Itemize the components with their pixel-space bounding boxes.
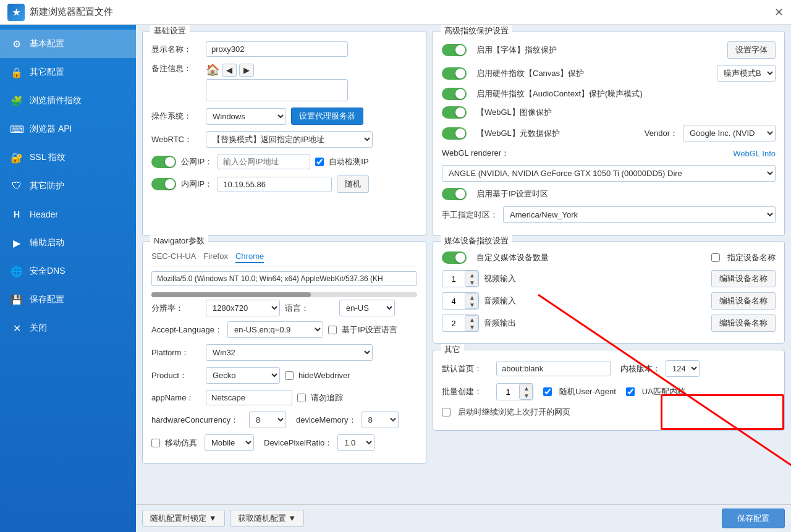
edit-video-btn[interactable]: 编辑设备名称 — [711, 270, 776, 287]
vendor-select[interactable]: Google Inc. (NVID — [683, 125, 776, 141]
do-not-track-checkbox[interactable] — [297, 394, 306, 402]
tab-firefox[interactable]: Firefox — [203, 251, 228, 263]
batch-create-down[interactable]: ▼ — [520, 392, 533, 399]
audio-input-up[interactable]: ▲ — [465, 293, 478, 301]
note-textarea[interactable] — [206, 79, 348, 101]
set-font-btn[interactable]: 设置字体 — [727, 41, 776, 59]
public-ip-input[interactable] — [218, 154, 310, 169]
random-ua-checkbox[interactable] — [543, 387, 552, 396]
webgl-data-toggle[interactable] — [442, 127, 467, 140]
audio-output-up[interactable]: ▲ — [465, 316, 478, 323]
note-row: 备注信息： 🏠 ◀ ▶ — [151, 63, 417, 101]
public-ip-label: 公网IP： — [181, 156, 213, 167]
save-config-btn[interactable]: 保存配置 — [722, 509, 785, 528]
language-select[interactable]: en-US zh-CN — [339, 300, 395, 316]
home-icon[interactable]: 🏠 — [206, 63, 219, 77]
device-pixel-select[interactable]: 1.0 2.0 — [337, 434, 374, 451]
sidebar-item-save-config[interactable]: 💾 保存配置 — [0, 285, 136, 314]
match-kernel-checkbox[interactable] — [626, 387, 635, 396]
display-name-input[interactable] — [206, 41, 348, 57]
public-ip-toggle[interactable] — [151, 156, 176, 168]
timezone-toggle[interactable] — [442, 188, 467, 200]
video-input-value[interactable] — [442, 273, 465, 285]
tab-sec-ch-ua[interactable]: SEC-CH-UA — [151, 251, 196, 263]
custom-count-toggle[interactable] — [442, 251, 467, 264]
batch-create-up[interactable]: ▲ — [520, 384, 533, 392]
random-lock-btn[interactable]: 随机配置时锁定 ▼ — [142, 510, 225, 527]
audio-input-value[interactable] — [442, 295, 465, 307]
device-pixel-label: DevicePixelRatio： — [264, 437, 332, 449]
random-ip-btn[interactable]: 随机 — [337, 175, 369, 193]
ua-scrollbar[interactable] — [151, 292, 417, 297]
safe-dns-icon: 🌐 — [10, 264, 23, 278]
sidebar-item-close[interactable]: ✕ 关闭 — [0, 314, 136, 342]
audiocontext-toggle[interactable] — [442, 88, 467, 100]
edit-audio-output-btn[interactable]: 编辑设备名称 — [711, 315, 776, 332]
navigator-panel: Navigator参数 SEC-CH-UA Firefox Chrome Moz… — [142, 241, 426, 464]
note-next-btn[interactable]: ▶ — [239, 64, 254, 77]
tab-chrome[interactable]: Chrome — [235, 251, 264, 263]
sidebar-item-other-config[interactable]: 🔒 其它配置 — [0, 58, 136, 87]
internal-ip-row: 内网IP： 随机 — [151, 175, 417, 193]
sidebar-item-aux-start[interactable]: ▶ 辅助启动 — [0, 229, 136, 257]
set-by-ip-lang-checkbox[interactable] — [328, 326, 337, 334]
edit-audio-input-btn[interactable]: 编辑设备名称 — [711, 292, 776, 310]
note-prev-btn[interactable]: ◀ — [222, 64, 237, 77]
sidebar-item-browser-api[interactable]: ⌨ 浏览器 API — [0, 115, 136, 143]
specify-name-checkbox[interactable] — [711, 253, 720, 262]
aux-start-icon: ▶ — [10, 236, 23, 250]
internal-ip-toggle[interactable] — [151, 178, 176, 190]
sidebar-item-other-protection[interactable]: 🛡 其它防护 — [0, 172, 136, 200]
get-random-btn[interactable]: 获取随机配置 ▼ — [230, 510, 305, 527]
audio-output-value[interactable] — [442, 318, 465, 329]
appname-input[interactable] — [206, 390, 292, 405]
mobile-select[interactable]: Mobile — [205, 434, 254, 451]
manual-timezone-select[interactable]: America/New_York — [503, 206, 776, 223]
font-prot-toggle[interactable] — [442, 44, 467, 56]
canvas-mode-select[interactable]: 噪声模式B 噪声模式A — [717, 65, 776, 82]
close-icon[interactable]: ✕ — [774, 6, 784, 19]
kernel-version-select[interactable]: 124 120 — [666, 360, 700, 377]
internal-ip-input[interactable] — [218, 177, 332, 192]
sidebar-item-basic-config[interactable]: ⚙ 基本配置 — [0, 30, 136, 58]
media-fingerprint-panel: 媒体设备指纹设置 自定义媒体设备数量 指定设备名称 — [433, 241, 785, 344]
webgl-image-toggle[interactable] — [442, 106, 467, 119]
hide-webdriver-checkbox[interactable] — [285, 371, 294, 380]
manual-timezone-label: 手工指定时区： — [442, 209, 498, 221]
ua-text-row: Mozilla/5.0 (Windows NT 10.0; Win64; x64… — [151, 271, 417, 286]
canvas-prot-toggle[interactable] — [442, 67, 467, 80]
video-input-row: ▲ ▼ 视频输入 编辑设备名称 — [442, 270, 776, 287]
hw-concurrency-select[interactable]: 8 4 16 — [249, 412, 286, 428]
audio-output-down[interactable]: ▼ — [465, 323, 478, 331]
sidebar-item-label: 关闭 — [30, 323, 47, 334]
sidebar-item-browser-plugin[interactable]: 🧩 浏览插件指纹 — [0, 87, 136, 115]
batch-create-value[interactable] — [497, 386, 519, 398]
webgl-renderer-select[interactable]: ANGLE (NVIDIA, NVIDIA GeForce GTX 1050 T… — [442, 165, 776, 182]
sidebar-item-label: 浏览器 API — [30, 124, 72, 135]
webgl-info-link[interactable]: WebGL Info — [733, 149, 776, 158]
resolution-select[interactable]: 1280x720 1920x1080 — [206, 300, 280, 316]
platform-select[interactable]: Win32 MacIntel Linux x86_64 — [206, 344, 373, 361]
sidebar-item-header[interactable]: H Header — [0, 200, 136, 229]
video-input-up[interactable]: ▲ — [465, 271, 478, 279]
sidebar-item-ssl[interactable]: 🔐 SSL 指纹 — [0, 143, 136, 172]
audio-input-down[interactable]: ▼ — [465, 301, 478, 308]
audio-output-label: 音频输出 — [484, 318, 516, 329]
batch-create-stepper: ▲ ▼ — [519, 384, 533, 400]
accept-lang-select[interactable]: en-US,en;q=0.9 — [227, 321, 323, 338]
accept-lang-row: Accept-Language： en-US,en;q=0.9 基于IP设置语言 — [151, 321, 417, 338]
auto-detect-checkbox[interactable] — [315, 158, 324, 166]
default-home-input[interactable] — [496, 361, 611, 376]
webgl-image-label: 【WebGL】图像保护 — [476, 107, 552, 118]
continue-last-page-checkbox[interactable] — [442, 408, 450, 416]
default-home-label: 默认首页： — [442, 363, 491, 374]
set-proxy-btn[interactable]: 设置代理服务器 — [291, 108, 363, 125]
product-select[interactable]: Gecko — [206, 367, 280, 384]
device-memory-select[interactable]: 8 4 — [362, 412, 399, 428]
os-select[interactable]: Windows MacOS Linux — [206, 108, 286, 125]
webrtc-select[interactable]: 【替换模式】返回指定的IP地址 关闭WebRTC — [206, 131, 373, 148]
sidebar-item-safe-dns[interactable]: 🌐 安全DNS — [0, 257, 136, 285]
webgl-data-label: 【WebGL】元数据保护 — [476, 128, 640, 139]
video-input-down[interactable]: ▼ — [465, 279, 478, 286]
mobile-sim-checkbox[interactable] — [151, 439, 160, 447]
